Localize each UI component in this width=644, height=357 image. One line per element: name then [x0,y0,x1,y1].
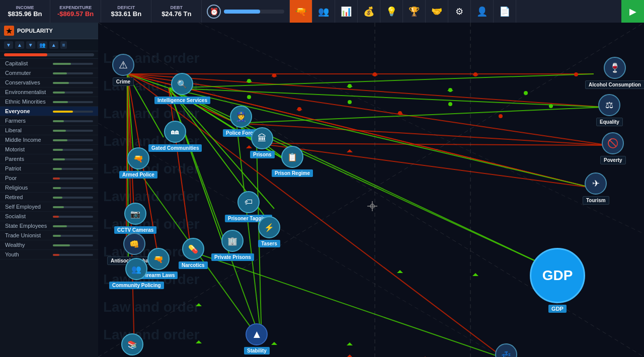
group-name: Parents [5,156,24,162]
svg-point-58 [398,111,402,115]
group-item-environmentalist[interactable]: Environmentalist [0,87,98,97]
group-name: State Employees [5,223,47,229]
group-item-liberal[interactable]: Liberal [0,126,98,135]
group-name: Ethnic Minorities [5,99,46,105]
nav-trophy[interactable]: 🏆 [403,0,426,23]
group-item-farmers[interactable]: Farmers [0,116,98,126]
pop-menu[interactable]: ≡ [60,41,67,49]
group-item-motorist[interactable]: Motorist [0,145,98,154]
node-intelligence[interactable]: 🔍 Intelligence Services [154,73,210,104]
group-bar-fill [53,235,61,237]
node-education[interactable]: 📚 Education [117,333,147,357]
group-bar [53,101,93,103]
svg-point-53 [272,73,276,77]
nav-energy[interactable]: 💡 [380,0,403,23]
svg-line-5 [169,88,604,107]
group-item-trade-unionist[interactable]: Trade Unionist [0,231,98,240]
group-item-retired[interactable]: Retired [0,193,98,202]
nav-docs[interactable]: 📄 [494,0,516,23]
private-prisons-label: Private Prisons [211,253,254,261]
group-bar-fill [53,101,68,103]
group-item-youth[interactable]: Youth [0,250,98,259]
group-item-socialist[interactable]: Socialist [0,212,98,221]
svg-marker-70 [196,340,202,343]
group-item-wealthy[interactable]: Wealthy [0,240,98,250]
svg-point-57 [297,107,301,111]
nav-settings[interactable]: ⚙ [448,0,471,23]
svg-point-51 [448,102,452,106]
pop-down2[interactable]: ▼ [26,41,35,49]
node-crime[interactable]: ⚠ Crime [112,54,134,86]
group-name: Environmentalist [5,89,46,95]
node-prisons[interactable]: 🏛 Prisons [250,127,275,158]
group-bar [53,244,93,246]
stability-icon: ▲ [246,323,268,345]
node-unemployment[interactable]: 💤 Unemployment [485,343,528,357]
bg-text-10: Law and order [103,299,199,315]
group-item-parents[interactable]: Parents [0,154,98,164]
expenditure-label: EXPENDITURE [59,5,92,10]
group-item-everyone[interactable]: Everyone [0,107,98,116]
pop-down-arrow[interactable]: ▼ [4,41,13,49]
group-item-self-employed[interactable]: Self Employed [0,202,98,212]
node-equality[interactable]: ⚖ Equality [596,94,623,126]
svg-line-6 [236,107,604,123]
popularity-title: POPULARITY [17,28,53,34]
group-bar [53,254,93,256]
node-gdp[interactable]: GDP GDP [530,248,585,313]
node-narcotics[interactable]: 💊 Narcotics [179,238,208,269]
node-armed-police[interactable]: 🔫 Armed Police [119,147,157,178]
group-name: Farmers [5,118,26,124]
node-community[interactable]: 👥 Community Policing [109,258,164,289]
group-item-religious[interactable]: Religious [0,183,98,193]
nav-population[interactable]: 👥 [312,0,335,23]
node-tasers[interactable]: ⚡ Tasers [258,216,280,247]
group-name: Socialist [5,213,26,219]
group-item-poor[interactable]: Poor [0,173,98,183]
group-item-ethnic-minorities[interactable]: Ethnic Minorities [0,97,98,107]
svg-point-48 [524,91,528,95]
svg-point-54 [373,72,377,76]
nav-stats[interactable]: 📊 [335,0,358,23]
clock-icon: ⏰ [207,5,221,19]
nav-laworder[interactable]: 🔫 [290,0,312,23]
svg-marker-66 [296,107,302,110]
group-bar-fill [53,197,62,199]
nav-diplomacy[interactable]: 🤝 [426,0,448,23]
group-bar [53,92,93,94]
group-name: Middle Income [5,137,41,143]
node-poverty[interactable]: 🚫 Poverty [600,132,626,164]
group-item-capitalist[interactable]: Capitalist [0,59,98,68]
group-item-middle-income[interactable]: Middle Income [0,135,98,145]
svg-line-7 [236,123,609,145]
canvas-area: Law and order Law and order Law and orde… [98,23,644,357]
income-stat: INCOME $835.96 Bn [0,0,50,23]
group-name: Self Employed [5,204,41,210]
node-alcohol[interactable]: 🍷 Alcohol Consumption [585,57,644,89]
node-private-prisons[interactable]: 🏢 Private Prisons [211,230,254,261]
group-bar-fill [53,120,64,122]
group-bar [53,235,93,237]
node-cctv[interactable]: 📷 CCTV Cameras [114,203,156,234]
nav-profile[interactable]: 👤 [471,0,494,23]
svg-point-59 [499,114,503,118]
play-button[interactable]: ▶ [621,0,644,23]
pop-up2[interactable]: ▲ [49,41,58,49]
tasers-label: Tasers [258,240,280,247]
svg-marker-76 [347,354,353,357]
group-bar-fill [53,187,61,189]
pop-up-arrow[interactable]: ▲ [15,41,24,49]
group-item-conservatives[interactable]: Conservatives [0,78,98,87]
group-name: Retired [5,194,23,200]
group-item-commuter[interactable]: Commuter [0,68,98,78]
node-prison-regime[interactable]: 📋 Prison Regime [272,146,313,177]
center-crosshair [367,201,377,211]
node-stability[interactable]: ▲ Stability [244,323,270,354]
pop-people[interactable]: 👥 [37,41,47,49]
group-item-patriot[interactable]: Patriot [0,164,98,173]
node-tourism[interactable]: ✈ Tourism [583,172,609,205]
group-item-state-employees[interactable]: State Employees [0,221,98,231]
income-value: $835.96 Bn [8,10,42,18]
nav-economy[interactable]: 💰 [358,0,380,23]
group-bar-fill [53,149,63,151]
